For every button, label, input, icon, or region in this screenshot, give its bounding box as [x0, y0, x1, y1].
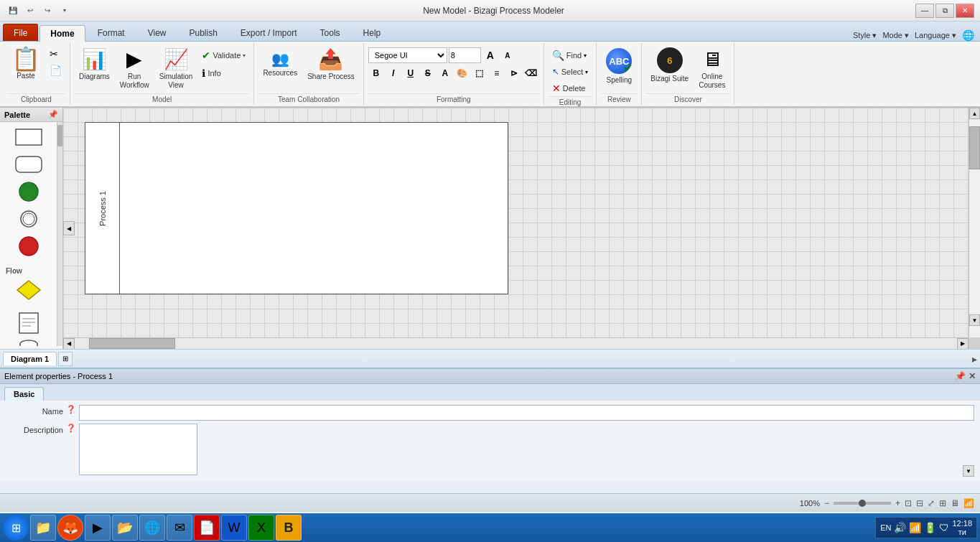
tab-view[interactable]: View	[137, 24, 177, 41]
palette-item-cylinder[interactable]	[1, 338, 56, 346]
name-input[interactable]	[79, 405, 974, 421]
delete-btn[interactable]: ✕ Delete	[549, 80, 589, 96]
mode-dropdown[interactable]: Mode ▾	[882, 31, 909, 40]
palette-item-circle[interactable]	[1, 179, 56, 204]
tab-publish[interactable]: Publish	[179, 24, 228, 41]
tray-icon-2[interactable]: 📶	[909, 522, 921, 533]
taskbar-item-excel[interactable]: X	[248, 515, 274, 541]
canvas[interactable]: Process 1	[63, 108, 980, 349]
tab-help[interactable]: Help	[353, 24, 392, 41]
taskbar-item-browser[interactable]: 🦊	[57, 515, 83, 541]
palette-item-document[interactable]	[1, 311, 56, 335]
font-size-input[interactable]	[449, 47, 481, 63]
validate-btn[interactable]: ✔ Validate ▾	[198, 47, 249, 63]
fit-page-btn[interactable]: ⊡	[905, 498, 912, 508]
tray-icon-4[interactable]: 🛡	[939, 522, 949, 533]
run-workflow-btn[interactable]: ▶ RunWorkflow	[116, 45, 154, 93]
font-color-btn[interactable]: A	[437, 65, 453, 81]
font-shrink-btn[interactable]: A	[500, 47, 515, 63]
align-right-btn[interactable]: ⊳	[506, 65, 522, 81]
tab-export[interactable]: Export / Import	[230, 24, 308, 41]
simulation-btn[interactable]: 📈 SimulationView	[155, 45, 197, 93]
cut-btn[interactable]: ✂	[46, 46, 65, 62]
quick-access-more[interactable]: ▾	[57, 4, 72, 18]
taskbar-item-word[interactable]: W	[221, 515, 247, 541]
name-help-icon[interactable]: ❓	[66, 405, 76, 414]
paste-btn[interactable]: 📋 Paste	[7, 45, 45, 83]
eraser-btn[interactable]: ⌫	[523, 65, 539, 81]
undo-btn[interactable]: ↩	[23, 4, 37, 18]
style-dropdown[interactable]: Style ▾	[853, 31, 877, 40]
bizagi-suite-btn[interactable]: 6 Bizagi Suite	[646, 45, 693, 86]
v-scroll-up-btn[interactable]: ▲	[969, 108, 980, 119]
start-button[interactable]: ⊞	[3, 515, 29, 541]
quick-access-btn[interactable]: 💾	[6, 4, 20, 18]
diagrams-btn[interactable]: 📊 Diagrams	[75, 45, 114, 84]
taskbar-item-email[interactable]: ✉	[167, 515, 192, 541]
taskbar-item-folder2[interactable]: 📂	[112, 515, 138, 541]
fit-width-btn[interactable]: ⊟	[916, 498, 923, 508]
h-scrollbar[interactable]: ◀ ▶	[63, 337, 969, 349]
tab-tools[interactable]: Tools	[309, 24, 351, 41]
maximize-btn[interactable]: ⧉	[935, 4, 954, 18]
tab-home[interactable]: Home	[39, 25, 85, 42]
full-screen-btn[interactable]: ⤢	[928, 498, 935, 508]
fill-color-btn[interactable]: 🎨	[454, 65, 470, 81]
v-scroll-down-btn[interactable]: ▼	[969, 314, 980, 326]
palette-item-circle-thin[interactable]	[1, 207, 56, 231]
globe-icon[interactable]: 🌐	[962, 29, 974, 41]
palette-item-diamond[interactable]	[1, 278, 56, 302]
zoom-out-btn[interactable]: −	[824, 498, 829, 508]
props-pin-btn[interactable]: 📌	[955, 371, 966, 381]
canvas-area[interactable]: ◀ Process 1 ◀ ▶ ▲ ▼	[63, 108, 980, 349]
minimize-btn[interactable]: —	[915, 4, 934, 18]
zoom-slider[interactable]	[834, 502, 891, 505]
redo-btn[interactable]: ↪	[40, 4, 55, 18]
basic-tab[interactable]: Basic	[4, 387, 44, 401]
validate-dropdown-icon[interactable]: ▾	[243, 52, 246, 59]
tabs-expand-btn[interactable]: ▸	[972, 353, 977, 365]
v-scrollbar[interactable]: ▲ ▼	[969, 108, 980, 337]
tray-icon-1[interactable]: 🔊	[894, 522, 906, 533]
find-btn[interactable]: 🔍 Find ▾	[549, 47, 590, 63]
props-close-btn[interactable]: ✕	[969, 371, 976, 381]
zoom-in-btn[interactable]: +	[895, 498, 900, 508]
select-dropdown-icon[interactable]: ▾	[585, 69, 588, 75]
palette-item-rounded-rect[interactable]	[1, 152, 56, 177]
palette-pin[interactable]: 📌	[48, 110, 58, 119]
textarea-scroll-down[interactable]: ▼	[963, 465, 974, 477]
strikethrough-btn[interactable]: S	[420, 65, 436, 81]
taskbar-item-browser2[interactable]: 🌐	[139, 515, 165, 541]
select-btn[interactable]: ↖ Select ▾	[549, 65, 592, 79]
font-select[interactable]: Segoe UI	[368, 47, 447, 63]
find-dropdown-icon[interactable]: ▾	[584, 52, 587, 59]
italic-btn[interactable]: I	[386, 65, 401, 81]
spelling-btn[interactable]: ABC ✔ Spelling	[601, 45, 637, 88]
description-input[interactable]	[79, 424, 197, 475]
diagram-pool[interactable]: Process 1	[85, 122, 508, 294]
close-btn[interactable]: ✕	[956, 4, 974, 18]
align-btn[interactable]: ≡	[489, 65, 505, 81]
h-scroll-right-btn[interactable]: ▶	[957, 338, 969, 350]
description-help-icon[interactable]: ❓	[66, 424, 76, 433]
copy-btn[interactable]: 📄	[46, 62, 65, 78]
info-btn[interactable]: ℹ Info	[198, 65, 249, 81]
diagram-tab[interactable]: Diagram 1	[3, 352, 57, 365]
tab-format[interactable]: Format	[87, 24, 136, 41]
taskbar-item-pdf[interactable]: 📄	[194, 515, 220, 541]
palette-item-rectangle[interactable]	[1, 125, 56, 149]
grid-btn[interactable]: ⊞	[939, 498, 946, 508]
palette-item-circle-red[interactable]	[1, 234, 56, 258]
resources-btn[interactable]: 👥 Resources	[258, 45, 302, 80]
font-grow-btn[interactable]: A	[482, 47, 498, 63]
bold-btn[interactable]: B	[368, 65, 384, 81]
add-diagram-btn[interactable]: ⊞	[58, 352, 73, 366]
tray-icon-3[interactable]: 🔋	[924, 522, 936, 533]
language-dropdown[interactable]: Language ▾	[915, 31, 956, 40]
taskbar-item-explorer[interactable]: 📁	[30, 515, 56, 541]
tab-file[interactable]: File	[3, 24, 38, 41]
underline-btn[interactable]: U	[403, 65, 419, 81]
shadow-btn[interactable]: ⬚	[472, 65, 487, 81]
h-scroll-left-btn[interactable]: ◀	[63, 338, 75, 350]
share-btn[interactable]: 📤 Share Process	[303, 45, 359, 84]
